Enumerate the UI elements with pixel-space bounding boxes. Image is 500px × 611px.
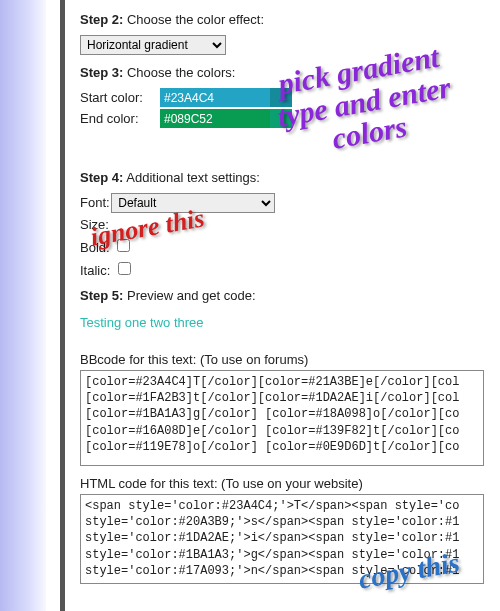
start-color-input[interactable]: #23A4C4 xyxy=(160,88,292,107)
step-3-label: Step 3: xyxy=(80,65,123,80)
page-gradient-sidebar xyxy=(0,0,46,611)
step-3-text: Choose the colors: xyxy=(127,65,235,80)
italic-label: Italic: xyxy=(80,263,110,278)
size-label: Size: xyxy=(80,217,109,232)
htmlcode-label: HTML code for this text: (To use on your… xyxy=(80,476,490,491)
bbcode-output[interactable]: [color=#23A4C4]T[/color][color=#21A3BE]e… xyxy=(80,370,484,466)
step-4-label: Step 4: xyxy=(80,170,123,185)
italic-row: Italic: xyxy=(80,259,490,278)
end-color-row: End color: #089C52 xyxy=(80,109,490,128)
italic-checkbox[interactable] xyxy=(118,262,131,275)
htmlcode-output[interactable]: <span style='color:#23A4C4;'>T</span><sp… xyxy=(80,494,484,584)
step-2-label: Step 2: xyxy=(80,12,123,27)
bold-label: Bold: xyxy=(80,240,110,255)
step-5-text: Preview and get code: xyxy=(127,288,256,303)
main-content: Step 2: Choose the color effect: Horizon… xyxy=(80,0,490,584)
preview-text: Testing one two three xyxy=(80,315,490,330)
color-effect-select[interactable]: Horizontal gradient xyxy=(80,35,226,55)
end-color-label: End color: xyxy=(80,111,160,126)
step-2-heading: Step 2: Choose the color effect: xyxy=(80,12,490,27)
step-4-text: Additional text settings: xyxy=(126,170,260,185)
font-row: Font: Default xyxy=(80,193,490,213)
step-5-label: Step 5: xyxy=(80,288,123,303)
step-5-heading: Step 5: Preview and get code: xyxy=(80,288,490,303)
font-label: Font: xyxy=(80,195,110,210)
bold-row: Bold: xyxy=(80,236,490,255)
size-row: Size: xyxy=(80,217,490,232)
font-select[interactable]: Default xyxy=(111,193,275,213)
bold-checkbox[interactable] xyxy=(117,239,130,252)
step-3-heading: Step 3: Choose the colors: xyxy=(80,65,490,80)
step-4-heading: Step 4: Additional text settings: xyxy=(80,170,490,185)
start-color-row: Start color: #23A4C4 xyxy=(80,88,490,107)
end-color-input[interactable]: #089C52 xyxy=(160,109,292,128)
bbcode-label: BBcode for this text: (To use on forums) xyxy=(80,352,490,367)
step-2-text: Choose the color effect: xyxy=(127,12,264,27)
start-color-label: Start color: xyxy=(80,90,160,105)
vertical-rule xyxy=(60,0,65,611)
